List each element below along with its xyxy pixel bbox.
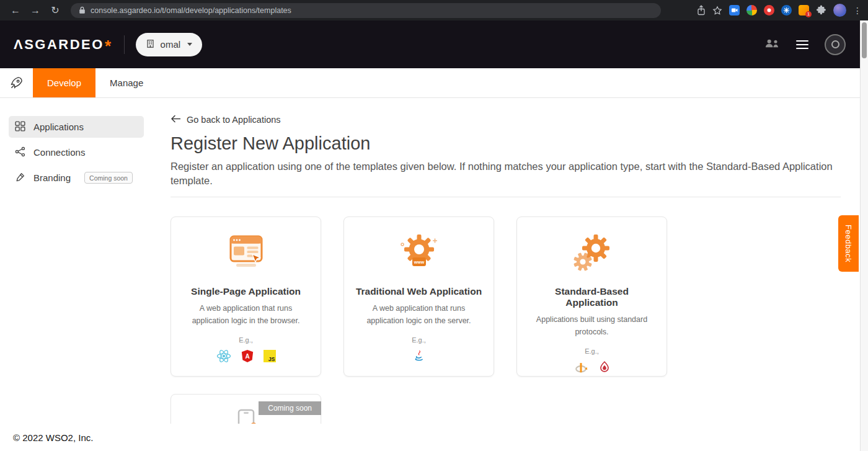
saml-icon: [598, 360, 611, 377]
feedback-button[interactable]: Feedback: [838, 215, 859, 272]
back-arrow-icon: [170, 115, 180, 125]
extension-badge: 1: [805, 11, 812, 17]
lock-icon: [79, 6, 86, 14]
svg-text:A: A: [245, 353, 249, 360]
applications-grid-icon: [15, 121, 25, 133]
card-eg-label: E.g.,: [182, 336, 309, 344]
main-nav: Develop Manage: [0, 68, 868, 98]
browser-reload-button[interactable]: ↻: [46, 2, 64, 19]
standard-gears-illustration-icon: [528, 230, 655, 278]
sidebar-item-label: Applications: [33, 122, 84, 132]
extension-icon-2[interactable]: [746, 5, 757, 16]
card-eg-label: E.g.,: [355, 336, 482, 344]
spa-illustration-icon: [182, 230, 309, 278]
avatar-placeholder-icon: [831, 40, 839, 48]
coming-soon-ribbon: Coming soon: [259, 401, 321, 415]
template-card-single-page-application[interactable]: Single-Page Application A web applicatio…: [170, 217, 321, 377]
browser-menu-icon[interactable]: ⋮: [853, 6, 862, 16]
back-link-label: Go back to Applications: [187, 115, 281, 125]
card-description: A web application that runs application …: [185, 303, 307, 327]
sidebar-item-label: Branding: [33, 172, 71, 183]
bookmark-star-icon[interactable]: [712, 6, 722, 16]
browser-profile-avatar[interactable]: [833, 4, 846, 17]
card-title: Standard-Based Application: [528, 286, 655, 308]
address-bar[interactable]: console.asgardeo.io/t/omal/develop/appli…: [71, 3, 661, 18]
page-title: Register New Application: [170, 133, 841, 154]
sidebar: Applications Connections Branding Coming…: [0, 98, 153, 451]
extension-icon-3[interactable]: [764, 5, 774, 16]
oidc-icon: [574, 360, 588, 377]
sidebar-item-applications[interactable]: Applications: [9, 116, 144, 138]
url-text: console.asgardeo.io/t/omal/develop/appli…: [91, 6, 291, 15]
asgardeo-console-page: ΛSGARDEO* omal Develop Manage: [0, 20, 868, 451]
main-panel: Go back to Applications Register New App…: [153, 98, 868, 451]
share-icon[interactable]: [697, 5, 706, 16]
browser-toolbar: ← → ↻ console.asgardeo.io/t/omal/develop…: [0, 0, 868, 20]
card-title: Traditional Web Application: [355, 286, 482, 297]
tech-icon-row: [355, 349, 482, 365]
card-description: A web application that runs application …: [358, 303, 480, 327]
tech-icon-row: [528, 360, 655, 377]
extension-icon-4[interactable]: [781, 5, 792, 16]
sidebar-item-connections[interactable]: Connections: [9, 141, 144, 163]
browser-forward-button[interactable]: →: [26, 2, 45, 19]
branding-brush-icon: [15, 172, 25, 184]
react-icon: [216, 349, 231, 365]
extensions-puzzle-icon[interactable]: [816, 5, 826, 16]
footer: © 2022 WSO2, Inc.: [0, 424, 860, 451]
header-divider: [124, 35, 125, 54]
logo-text: ΛSGARDEO: [14, 37, 104, 53]
svg-text:JS: JS: [268, 355, 275, 362]
community-icon[interactable]: [764, 38, 780, 51]
template-card-standard-based-application[interactable]: Standard-Based Application Applications …: [516, 217, 667, 377]
sidebar-item-label: Connections: [33, 147, 85, 158]
card-title: Single-Page Application: [182, 286, 309, 297]
template-card-grid: Single-Page Application A web applicatio…: [170, 217, 841, 377]
building-icon: [146, 39, 155, 50]
card-description: Applications built using standard protoc…: [531, 314, 653, 338]
rocket-icon: [0, 68, 33, 97]
extension-icon-1[interactable]: [729, 5, 740, 16]
organization-name: omal: [161, 39, 181, 50]
page-description: Register an application using one of the…: [170, 159, 840, 188]
java-icon: [413, 349, 425, 365]
console-header: ΛSGARDEO* omal: [0, 20, 868, 68]
browser-back-button[interactable]: ←: [6, 2, 25, 19]
section-divider: [170, 197, 841, 197]
apps-menu-icon[interactable]: [796, 38, 808, 51]
scrollbar-thumb[interactable]: [862, 22, 867, 58]
tab-develop[interactable]: Develop: [33, 68, 95, 97]
page-scrollbar[interactable]: [860, 20, 868, 451]
copyright-text: © 2022 WSO2, Inc.: [13, 432, 93, 443]
card-eg-label: E.g.,: [528, 347, 655, 355]
organization-selector[interactable]: omal: [136, 33, 203, 56]
back-to-applications-link[interactable]: Go back to Applications: [170, 115, 281, 125]
web-app-gear-illustration-icon: www: [355, 230, 482, 278]
coming-soon-badge: Coming soon: [84, 172, 133, 184]
template-card-traditional-web-application[interactable]: www Traditional Web Application A web ap…: [343, 217, 494, 377]
connections-nodes-icon: [15, 146, 25, 159]
asgardeo-logo[interactable]: ΛSGARDEO*: [14, 37, 113, 53]
javascript-icon: JS: [264, 350, 276, 365]
tab-manage[interactable]: Manage: [95, 68, 157, 97]
svg-text:www: www: [413, 260, 424, 264]
user-avatar[interactable]: [825, 34, 846, 55]
logo-star: *: [105, 43, 113, 49]
content-area: Applications Connections Branding Coming…: [0, 98, 868, 451]
sidebar-item-branding[interactable]: Branding Coming soon: [9, 167, 144, 189]
chevron-down-icon: [187, 43, 192, 46]
extension-icon-5[interactable]: 1: [799, 5, 809, 16]
tech-icon-row: A JS: [182, 349, 309, 365]
angular-icon: A: [241, 349, 254, 365]
